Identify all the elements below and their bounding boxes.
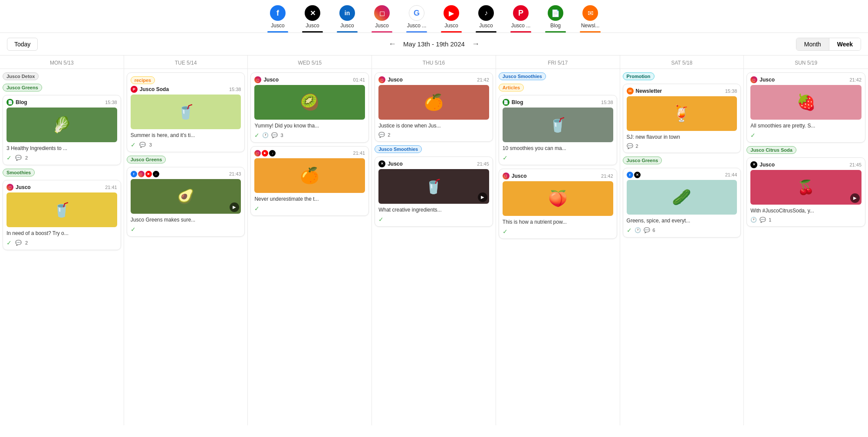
- col-header-fri: FRI 5/17: [496, 55, 620, 69]
- platform-info: 📄 Blog: [7, 99, 27, 106]
- nav-item-youtube[interactable]: ▶ Jusco: [434, 5, 469, 33]
- platform-info-sun2: ✕ Jusco: [750, 161, 775, 168]
- video-overlay-sun2: ▶: [850, 193, 860, 203]
- card-text-fri2: This is how a nutrient pow...: [503, 218, 613, 226]
- card-sat-2[interactable]: f ✕ 21:44 🥒 Greens, spice, and everyt...…: [623, 168, 741, 238]
- comment-count-wed1: 3: [280, 133, 283, 138]
- nav-label-google: Jusco ...: [407, 23, 427, 29]
- nav-item-twitter[interactable]: ✕ Jusco: [295, 5, 330, 33]
- nav-item-instagram[interactable]: ◻ Jusco: [365, 5, 399, 33]
- comment-icon-sat1: 💬: [627, 143, 633, 149]
- card-fri-1[interactable]: 📄 Blog 15:38 🥤 10 smoothies you can ma..…: [499, 95, 617, 165]
- nav-item-linkedin[interactable]: in Jusco: [330, 5, 365, 33]
- card-text-thu2: What creative ingredients...: [378, 206, 489, 214]
- nav-underline-youtube: [441, 31, 462, 33]
- nav-item-google[interactable]: G Jusco ...: [399, 5, 434, 33]
- card-wed-2[interactable]: ◻ ▶ ♪ 21:41 🍊 Never underestimate the t.…: [250, 146, 369, 216]
- card-image-thu1: 🍊: [378, 85, 489, 120]
- card-thu-2[interactable]: ✕ Jusco 21:45 🥤 ▶ What creative ingredie…: [375, 157, 493, 227]
- card-mon-ig[interactable]: ◻ Jusco 21:41 🥤 In need of a boost? Try …: [3, 180, 121, 250]
- card-mon-blog[interactable]: 📄 Blog 15:38 🥬 3 Healthy Ingredients to …: [3, 95, 121, 165]
- card-platform-row-sat2: f ✕ 21:44: [627, 172, 737, 178]
- today-button[interactable]: Today: [7, 38, 38, 51]
- tag-jusco-greens-sat: Jusco Greens: [623, 157, 662, 164]
- prev-week-button[interactable]: ←: [388, 39, 396, 49]
- video-overlay-tue: ▶: [230, 202, 239, 212]
- col-header-mon: MON 5/13: [0, 55, 124, 69]
- card-platform-row-fri2: ◻ Jusco 21:42: [503, 173, 613, 179]
- col-wed: WED 5/15 ◻ Jusco 01:41 🥝 Yummy! Did you …: [248, 55, 372, 425]
- nav-item-newsletter[interactable]: ✉ Newsl...: [573, 5, 608, 33]
- col-header-sat: SAT 5/18: [620, 55, 744, 69]
- platform-name-2: Jusco: [16, 184, 31, 190]
- comment-icon-2: 💬: [15, 240, 22, 246]
- card-text-mon-blog: 3 Healthy Ingredients to ...: [7, 145, 117, 152]
- col-tue: TUE 5/14 recipes P Jusco Soda 15:38 🥤 Su…: [124, 55, 248, 425]
- nav-label-twitter: Jusco: [306, 23, 319, 29]
- check-icon-sat2: ✓: [627, 227, 632, 234]
- card-footer-wed1: ✓ 🕐 💬 3: [254, 132, 365, 139]
- comment-count-sun2: 1: [769, 217, 771, 222]
- card-footer-tue2: ✓: [131, 226, 241, 233]
- check-icon-thu2: ✓: [378, 216, 384, 223]
- card-sun-2[interactable]: ✕ Jusco 21:45 🍒 ▶ With #JuscoCitrusSoda,…: [746, 157, 865, 227]
- platform-info-wed1: ◻ Jusco: [254, 76, 279, 83]
- platform-info-2: ◻ Jusco: [7, 184, 31, 191]
- card-tue-pinterest[interactable]: recipes P Jusco Soda 15:38 🥤 Summer is h…: [127, 72, 245, 152]
- calendar-header: Today ← May 13th - 19th 2024 → Month Wee…: [0, 33, 868, 55]
- nav-underline-tiktok: [476, 31, 496, 33]
- card-image-mon-ig: 🥤: [7, 192, 117, 227]
- comment-count: 2: [25, 155, 28, 160]
- card-text-thu1: Justice is done when Jus...: [378, 122, 489, 130]
- facebook-icon: f: [270, 5, 286, 21]
- nav-item-tiktok[interactable]: ♪ Jusco: [469, 5, 503, 33]
- card-image-wed1: 🥝: [254, 85, 365, 120]
- nav-underline-blog: [545, 31, 566, 33]
- card-sun-1[interactable]: ◻ Jusco 21:42 🍓 All smoothies are pretty…: [746, 72, 865, 143]
- card-fri-2[interactable]: ◻ Jusco 21:42 🍑 This is how a nutrient p…: [499, 169, 617, 239]
- card-text-mon-ig: In need of a boost? Try o...: [7, 230, 117, 237]
- nav-item-facebook[interactable]: f Jusco: [260, 5, 295, 33]
- nav-underline-newsletter: [580, 31, 601, 33]
- card-platform-row-tue2: f ◻ ▶ ♪ 21:43: [131, 171, 241, 177]
- week-view-button[interactable]: Week: [829, 38, 861, 50]
- card-time-sat2: 21:44: [725, 172, 737, 177]
- month-view-button[interactable]: Month: [796, 38, 829, 50]
- card-time-tue1: 15:38: [229, 87, 241, 92]
- col-sat: SAT 5/18 Promotion ✉ Newsletter 15:38 🍹 …: [620, 55, 744, 425]
- card-footer-wed2: ✓: [254, 205, 365, 212]
- platform-info-fri1: 📄 Blog: [503, 99, 523, 106]
- comment-icon-sat2: 💬: [644, 227, 650, 233]
- comment-count-tue1: 3: [149, 142, 152, 147]
- card-sat-1[interactable]: ✉ Newsletter 15:38 🍹 SJ: new flavour in …: [623, 84, 741, 153]
- check-icon-wed2: ✓: [254, 205, 260, 212]
- blog-icon-fri1: 📄: [503, 99, 510, 106]
- col-body-sat: Promotion ✉ Newsletter 15:38 🍹 SJ: new f…: [620, 69, 744, 241]
- nav-label-pinterest: Jusco ...: [511, 23, 531, 29]
- card-platform-row-sat1: ✉ Newsletter 15:38: [627, 88, 737, 95]
- col-body-tue: recipes P Jusco Soda 15:38 🥤 Summer is h…: [124, 69, 248, 240]
- card-tue-multi[interactable]: f ◻ ▶ ♪ 21:43 🥑 ▶ Jusco Greens makes sur…: [127, 167, 245, 237]
- card-time-2: 21:41: [105, 185, 117, 190]
- card-platform-row-sun2: ✕ Jusco 21:45: [750, 161, 861, 168]
- ig-icon-thu1: ◻: [378, 76, 385, 83]
- nav-item-pinterest[interactable]: P Jusco ...: [503, 5, 538, 33]
- card-platform-row-fri1: 📄 Blog 15:38: [503, 99, 613, 106]
- col-thu: THU 5/16 ◻ Jusco 21:42 🍊 Justice is done…: [372, 55, 496, 425]
- comment-count-sat2: 6: [653, 228, 655, 233]
- card-wed-1[interactable]: ◻ Jusco 01:41 🥝 Yummy! Did you know tha.…: [250, 72, 369, 143]
- card-footer-mon-ig: ✓ 💬 2: [7, 239, 117, 246]
- blog-icon: 📄: [548, 5, 563, 21]
- platform-icons-tue2: f ◻ ▶ ♪: [131, 171, 159, 177]
- check-icon-tue1: ✓: [131, 141, 136, 148]
- nav-item-blog[interactable]: 📄 Blog: [538, 5, 573, 33]
- card-time: 15:38: [105, 100, 117, 105]
- platform-info-sat1: ✉ Newsletter: [627, 88, 662, 95]
- next-week-button[interactable]: →: [472, 39, 480, 49]
- card-text-sat2: Greens, spice, and everyt...: [627, 217, 737, 225]
- platform-info-thu1: ◻ Jusco: [378, 76, 403, 83]
- card-thu-1[interactable]: ◻ Jusco 21:42 🍊 Justice is done when Jus…: [375, 72, 493, 142]
- ig-icon-tue: ◻: [138, 171, 145, 177]
- card-platform-row-thu2: ✕ Jusco 21:45: [378, 160, 489, 167]
- instagram-icon: ◻: [374, 5, 390, 21]
